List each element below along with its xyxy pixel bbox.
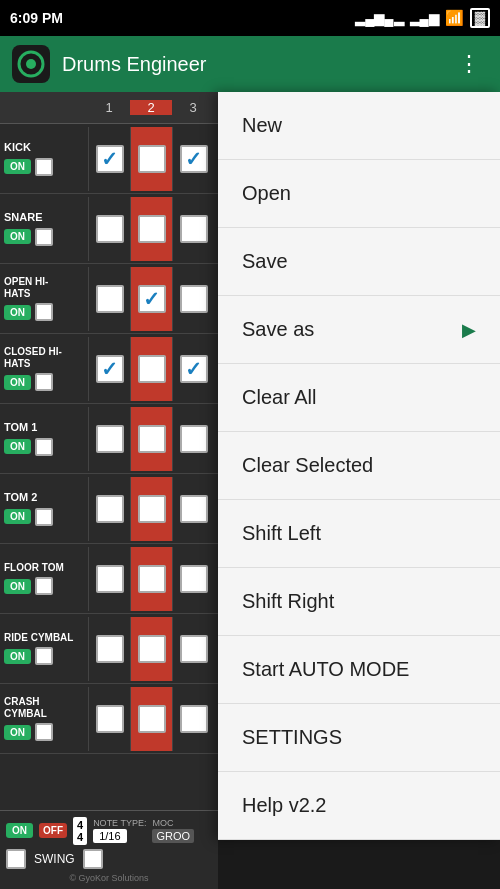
tom2-beat-3-check[interactable]: [180, 495, 208, 523]
kick-on-btn[interactable]: ON: [4, 159, 31, 174]
kick-solo-check[interactable]: [35, 158, 53, 176]
open-hihats-beat-2[interactable]: [130, 267, 172, 331]
menu-item-shift-right[interactable]: Shift Right: [218, 568, 500, 636]
drum-row-tom1: TOM 1 ON: [0, 404, 218, 474]
closed-hihats-beat-1-check[interactable]: [96, 355, 124, 383]
closed-hihats-beat-2[interactable]: [130, 337, 172, 401]
open-hihats-beat-1-check[interactable]: [96, 285, 124, 313]
menu-item-clear-all[interactable]: Clear All: [218, 364, 500, 432]
battery-icon: ▓: [470, 8, 490, 28]
menu-item-shift-left[interactable]: Shift Left: [218, 500, 500, 568]
crash-cymbal-on-btn[interactable]: ON: [4, 725, 31, 740]
crash-cymbal-beat-1-check[interactable]: [96, 705, 124, 733]
tom1-beat-3[interactable]: [172, 407, 214, 471]
menu-item-auto-mode[interactable]: Start AUTO MODE: [218, 636, 500, 704]
open-hihats-solo-check[interactable]: [35, 303, 53, 321]
tom2-beat-2-check[interactable]: [138, 495, 166, 523]
floor-tom-beat-2-check[interactable]: [138, 565, 166, 593]
tom1-beat-2[interactable]: [130, 407, 172, 471]
kick-beat-1[interactable]: [88, 127, 130, 191]
tom1-on-btn[interactable]: ON: [4, 439, 31, 454]
menu-item-shift-left-label: Shift Left: [242, 522, 476, 545]
snare-solo-check[interactable]: [35, 228, 53, 246]
crash-cymbal-beat-1[interactable]: [88, 687, 130, 751]
crash-cymbal-beat-3-check[interactable]: [180, 705, 208, 733]
kick-beat-2[interactable]: [130, 127, 172, 191]
snare-beat-1-check[interactable]: [96, 215, 124, 243]
crash-cymbal-solo-check[interactable]: [35, 723, 53, 741]
floor-tom-on-btn[interactable]: ON: [4, 579, 31, 594]
tom1-beat-3-check[interactable]: [180, 425, 208, 453]
ride-cymbal-beat-3-check[interactable]: [180, 635, 208, 663]
menu-item-open[interactable]: Open: [218, 160, 500, 228]
tom2-beat-3[interactable]: [172, 477, 214, 541]
open-hihats-beat-1[interactable]: [88, 267, 130, 331]
kick-beat-3-check[interactable]: [180, 145, 208, 173]
tom2-solo-check[interactable]: [35, 508, 53, 526]
kick-beat-1-check[interactable]: [96, 145, 124, 173]
menu-item-save[interactable]: Save: [218, 228, 500, 296]
swing-checkbox2[interactable]: [83, 849, 103, 869]
menu-item-save-as[interactable]: Save as ▶: [218, 296, 500, 364]
menu-item-new[interactable]: New: [218, 92, 500, 160]
swing-checkbox[interactable]: [6, 849, 26, 869]
snare-beat-2-check[interactable]: [138, 215, 166, 243]
tom1-solo-check[interactable]: [35, 438, 53, 456]
ride-cymbal-beat-3[interactable]: [172, 617, 214, 681]
note-type-label: NOTE TYPE:: [93, 818, 146, 828]
kick-beat-3[interactable]: [172, 127, 214, 191]
ride-cymbal-beat-2[interactable]: [130, 617, 172, 681]
column-headers: 1 2 3: [0, 92, 218, 124]
save-as-arrow-icon: ▶: [462, 319, 476, 341]
floor-tom-beat-1[interactable]: [88, 547, 130, 611]
tom1-beat-1-check[interactable]: [96, 425, 124, 453]
open-hihats-beat-2-check[interactable]: [138, 285, 166, 313]
open-hihats-on-btn[interactable]: ON: [4, 305, 31, 320]
snare-beat-3[interactable]: [172, 197, 214, 261]
tom2-beat-1[interactable]: [88, 477, 130, 541]
kick-beat-2-check[interactable]: [138, 145, 166, 173]
tom1-beat-2-check[interactable]: [138, 425, 166, 453]
ride-cymbal-beat-2-check[interactable]: [138, 635, 166, 663]
closed-hihats-on-btn[interactable]: ON: [4, 375, 31, 390]
closed-hihats-solo-check[interactable]: [35, 373, 53, 391]
menu-item-clear-selected[interactable]: Clear Selected: [218, 432, 500, 500]
floor-tom-beat-2[interactable]: [130, 547, 172, 611]
drum-label-kick: KICK ON: [0, 137, 88, 179]
crash-cymbal-beat-3[interactable]: [172, 687, 214, 751]
snare-beat-1[interactable]: [88, 197, 130, 261]
drum-row-floor-tom: FLOOR TOM ON: [0, 544, 218, 614]
snare-on-btn[interactable]: ON: [4, 229, 31, 244]
menu-item-settings[interactable]: SETTINGS: [218, 704, 500, 772]
snare-beat-3-check[interactable]: [180, 215, 208, 243]
ride-cymbal-beat-1-check[interactable]: [96, 635, 124, 663]
floor-tom-solo-check[interactable]: [35, 577, 53, 595]
tom2-beat-1-check[interactable]: [96, 495, 124, 523]
tom2-beat-2[interactable]: [130, 477, 172, 541]
status-icons: ▂▄▆▄▂ ▂▄▆ 📶 ▓: [355, 8, 490, 28]
header-menu-button[interactable]: ⋮: [450, 47, 488, 81]
crash-cymbal-beat-2[interactable]: [130, 687, 172, 751]
crash-cymbal-beat-2-check[interactable]: [138, 705, 166, 733]
tom1-beat-1[interactable]: [88, 407, 130, 471]
ride-cymbal-on-btn[interactable]: ON: [4, 649, 31, 664]
closed-hihats-beat-2-check[interactable]: [138, 355, 166, 383]
open-hihats-beat-3[interactable]: [172, 267, 214, 331]
menu-item-help[interactable]: Help v2.2: [218, 772, 500, 840]
closed-hihats-beat-3-check[interactable]: [180, 355, 208, 383]
kick-beats: [88, 127, 214, 191]
app-title: Drums Engineer: [62, 53, 207, 76]
closed-hihats-beat-3[interactable]: [172, 337, 214, 401]
floor-tom-beat-3-check[interactable]: [180, 565, 208, 593]
floor-tom-beat-3[interactable]: [172, 547, 214, 611]
snare-beat-2[interactable]: [130, 197, 172, 261]
play-on-btn[interactable]: ON: [6, 823, 33, 838]
ride-cymbal-solo-check[interactable]: [35, 647, 53, 665]
closed-hihats-beat-1[interactable]: [88, 337, 130, 401]
drum-row-tom2: TOM 2 ON: [0, 474, 218, 544]
play-off-btn[interactable]: OFF: [39, 823, 67, 838]
tom2-on-btn[interactable]: ON: [4, 509, 31, 524]
floor-tom-beat-1-check[interactable]: [96, 565, 124, 593]
ride-cymbal-beat-1[interactable]: [88, 617, 130, 681]
open-hihats-beat-3-check[interactable]: [180, 285, 208, 313]
